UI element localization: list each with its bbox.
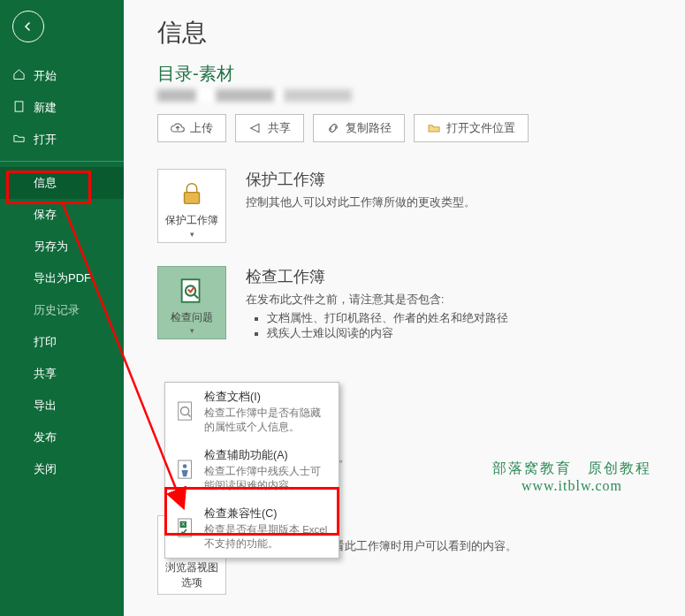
- sidebar-item-new[interactable]: 新建: [0, 92, 124, 124]
- button-label: 检查问题: [162, 311, 222, 325]
- section-text: 控制其他人可以对此工作簿所做的更改类型。: [246, 195, 476, 210]
- menu-item-title: 检查辅助功能(A): [204, 448, 330, 463]
- sidebar-item-close[interactable]: 关闭: [0, 453, 124, 485]
- open-icon: [12, 132, 28, 148]
- section-lead: 在发布此文件之前，请注意其是否包含:: [246, 293, 508, 308]
- button-label: 共享: [268, 120, 291, 136]
- folder-icon: [427, 121, 441, 135]
- upload-button[interactable]: 上传: [157, 114, 226, 142]
- share-icon: [248, 121, 263, 135]
- sidebar-item-label: 历史记录: [34, 302, 80, 318]
- sidebar-item-export[interactable]: 导出: [0, 390, 124, 422]
- backstage-sidebar: 开始 新建 打开 信息 保存 另存为 导出为PDF 历史记录 打印 共享 导出 …: [0, 0, 124, 616]
- sidebar-item-label: 新建: [34, 100, 57, 116]
- section-heading: 保护工作簿: [246, 169, 476, 190]
- accessibility-icon: [176, 459, 195, 482]
- sidebar-item-label: 开始: [34, 68, 57, 84]
- watermark: 部落窝教育 原创教程 www.itblw.com: [492, 460, 651, 494]
- issue-item: 残疾人士难以阅读的内容: [267, 326, 508, 341]
- sidebar-item-label: 打开: [34, 132, 57, 148]
- button-label: 保护工作簿: [162, 214, 222, 228]
- watermark-line1: 部落窝教育 原创教程: [492, 460, 651, 478]
- protect-workbook-button[interactable]: 保护工作簿 ▾: [157, 169, 226, 243]
- menu-item-desc: 检查工作簿中是否有隐藏的属性或个人信息。: [204, 407, 330, 434]
- chevron-down-icon: ▾: [162, 230, 222, 239]
- sidebar-item-share[interactable]: 共享: [0, 358, 124, 390]
- sidebar-item-label: 发布: [34, 430, 57, 445]
- new-icon: [12, 100, 28, 116]
- menu-item-desc: 检查是否有早期版本 Excel 不支持的功能。: [204, 523, 330, 551]
- section-heading: 检查工作簿: [246, 266, 508, 287]
- sidebar-item-saveas[interactable]: 另存为: [0, 231, 124, 262]
- menu-item-inspect-document[interactable]: 检查文档(I) 检查工作簿中是否有隐藏的属性或个人信息。: [165, 383, 339, 441]
- svg-rect-0: [15, 102, 23, 111]
- sidebar-item-label: 打印: [34, 334, 57, 350]
- document-path-blurred: [157, 89, 352, 102]
- check-issues-dropdown: 检查文档(I) 检查工作簿中是否有隐藏的属性或个人信息。 检查辅助功能(A) 检…: [164, 382, 339, 559]
- link-icon: [326, 121, 340, 135]
- arrow-left-icon: [20, 19, 36, 34]
- sidebar-item-label: 另存为: [34, 239, 68, 255]
- svg-text:X: X: [181, 521, 185, 527]
- button-label-line1: 浏览器视图: [162, 560, 222, 575]
- sidebar-item-label: 关闭: [34, 461, 57, 477]
- action-button-row: 上传 共享 复制路径 打开文件位置: [157, 114, 660, 142]
- sidebar-item-label: 共享: [34, 366, 57, 382]
- compatibility-icon: X: [176, 517, 195, 540]
- cloud-upload-icon: [171, 121, 185, 135]
- page-title: 信息: [157, 16, 660, 49]
- lock-icon: [177, 179, 207, 209]
- issue-item: 文档属性、打印机路径、作者的姓名和绝对路径: [267, 311, 508, 326]
- menu-item-title: 检查文档(I): [204, 390, 330, 405]
- inspect-icon: [177, 276, 207, 306]
- inspect-workbook-section: 检查问题 ▾ 检查工作簿 在发布此文件之前，请注意其是否包含: 文档属性、打印机…: [157, 266, 660, 345]
- button-label-line2: 选项: [162, 575, 222, 590]
- svg-point-10: [183, 464, 187, 468]
- share-button[interactable]: 共享: [235, 114, 304, 142]
- sidebar-item-home[interactable]: 开始: [0, 60, 124, 92]
- menu-item-desc: 检查工作簿中残疾人士可能阅读困难的内容。: [204, 465, 330, 492]
- open-location-button[interactable]: 打开文件位置: [414, 114, 529, 142]
- issue-list: 文档属性、打印机路径、作者的姓名和绝对路径 残疾人士难以阅读的内容: [246, 311, 508, 341]
- sidebar-item-label: 导出: [34, 398, 57, 414]
- menu-item-title: 检查兼容性(C): [204, 506, 330, 521]
- inspect-document-icon: [176, 400, 195, 423]
- sidebar-separator: [0, 161, 124, 162]
- sidebar-item-info[interactable]: 信息: [0, 167, 124, 199]
- check-issues-button[interactable]: 检查问题 ▾: [157, 266, 226, 340]
- watermark-line2: www.itblw.com: [492, 478, 651, 494]
- button-label: 打开文件位置: [446, 120, 515, 136]
- button-label: 上传: [190, 120, 213, 136]
- home-icon: [12, 68, 28, 84]
- svg-rect-1: [185, 193, 200, 204]
- button-label: 复制路径: [346, 120, 392, 136]
- menu-item-check-accessibility[interactable]: 检查辅助功能(A) 检查工作簿中残疾人士可能阅读困难的内容。: [165, 441, 339, 499]
- section-body: 检查工作簿 在发布此文件之前，请注意其是否包含: 文档属性、打印机路径、作者的姓…: [246, 266, 508, 345]
- copy-path-button[interactable]: 复制路径: [313, 114, 405, 142]
- sidebar-item-open[interactable]: 打开: [0, 124, 124, 156]
- sidebar-item-label: 保存: [34, 207, 57, 223]
- sidebar-item-exportpdf[interactable]: 导出为PDF: [0, 262, 124, 294]
- section-body: 保护工作簿 控制其他人可以对此工作簿所做的更改类型。: [246, 169, 476, 214]
- chevron-down-icon: ▾: [162, 326, 222, 335]
- sidebar-item-history[interactable]: 历史记录: [0, 294, 124, 326]
- document-title: 目录-素材: [157, 62, 660, 86]
- sidebar-item-print[interactable]: 打印: [0, 326, 124, 358]
- menu-item-check-compatibility[interactable]: X 检查兼容性(C) 检查是否有早期版本 Excel 不支持的功能。: [165, 499, 339, 558]
- back-button[interactable]: [12, 11, 44, 42]
- sidebar-item-label: 导出为PDF: [34, 270, 91, 286]
- protect-workbook-section: 保护工作簿 ▾ 保护工作簿 控制其他人可以对此工作簿所做的更改类型。: [157, 169, 660, 243]
- sidebar-item-publish[interactable]: 发布: [0, 422, 124, 453]
- sidebar-item-label: 信息: [34, 175, 57, 191]
- sidebar-item-save[interactable]: 保存: [0, 199, 124, 231]
